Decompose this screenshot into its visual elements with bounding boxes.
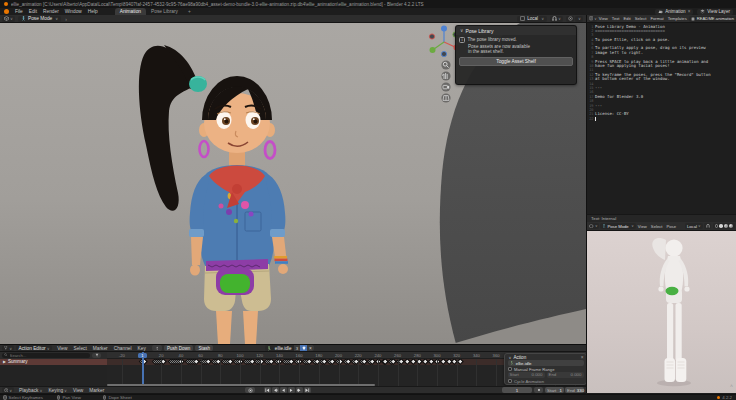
keyframe[interactable] (207, 360, 211, 364)
text-editor-type-button[interactable]: ∨ (589, 16, 597, 22)
stash-button[interactable]: Stash (195, 345, 213, 351)
dope-sheet[interactable]: -202040608010012014016018020022024026028… (0, 352, 586, 386)
keyframe[interactable] (447, 360, 451, 364)
line-text[interactable]: Demo for Blender 3.0 (595, 95, 643, 99)
unlink-icon[interactable]: × (688, 9, 691, 14)
manual-frame-range-checkbox[interactable] (508, 367, 512, 371)
menu-select[interactable]: Select (649, 224, 665, 229)
channel-search-field[interactable] (2, 353, 90, 358)
mini-editor-type-button[interactable]: ∨ (589, 223, 599, 229)
menu-select[interactable]: Select (633, 16, 649, 21)
view-layer-selector[interactable]: View Layer (697, 9, 733, 15)
layer-prev-next-buttons[interactable] (152, 345, 162, 351)
shading-material-icon[interactable] (724, 224, 728, 228)
keyframe[interactable] (195, 360, 199, 364)
menu-window[interactable]: Window (62, 9, 85, 14)
dope-sheet-mode-dropdown[interactable]: Action Editor ∨ (16, 345, 52, 351)
cycle-animation-checkbox[interactable] (508, 379, 512, 383)
workspace-tab-animation[interactable]: Animation (115, 8, 146, 15)
keyframe[interactable] (429, 360, 433, 364)
viewport-camera-button[interactable] (441, 82, 450, 91)
keyframe[interactable] (323, 360, 327, 364)
close-panel-icon[interactable]: × (581, 355, 584, 360)
record-button[interactable] (245, 387, 255, 394)
play-reverse-button[interactable] (280, 387, 287, 394)
shading-rendered-icon[interactable] (729, 224, 733, 228)
keyframe[interactable] (270, 360, 274, 364)
dope-sheet-editor-type-button[interactable]: ∨ (2, 345, 14, 351)
line-text[interactable]: at bottom center of the window. (595, 77, 670, 81)
toggle-asset-shelf-button[interactable]: Toggle Asset Shelf (459, 57, 573, 66)
workspace-tab-pose-library[interactable]: Pose Library (146, 8, 183, 15)
keyframe[interactable] (347, 360, 351, 364)
mini-viewport[interactable]: ˄ (586, 231, 736, 393)
mode-dropdown[interactable]: Pose Mode ∨ (18, 16, 61, 22)
menu-key[interactable]: Key (135, 346, 149, 351)
menu-format[interactable]: Format (648, 16, 665, 21)
menu-marker[interactable]: Marker (90, 346, 111, 351)
next-keyframe-button[interactable] (296, 387, 303, 394)
shading-solid-icon[interactable] (719, 224, 723, 228)
line-text[interactable]: --- (595, 86, 602, 90)
mini-orientation-dropdown[interactable]: Local ∨ (685, 223, 703, 229)
add-workspace-tab[interactable]: + (183, 8, 196, 15)
push-down-button[interactable]: Push Down (164, 345, 194, 351)
menu-edit[interactable]: Edit (622, 16, 633, 21)
text-datablock-selector[interactable]: README.animation × (689, 16, 736, 22)
region-corner-handle[interactable]: ˄ (730, 383, 733, 389)
manual-start-field[interactable]: Start0.000 (508, 372, 545, 377)
search-input[interactable] (10, 353, 80, 358)
jump-end-button[interactable] (304, 387, 311, 394)
menu-marker[interactable]: Marker (86, 388, 107, 393)
mini-snapping-button[interactable] (704, 223, 711, 229)
keyframe[interactable] (384, 360, 388, 364)
jump-start-button[interactable] (264, 387, 271, 394)
frame-start-field[interactable]: Start1 (545, 387, 564, 394)
filter-button[interactable] (92, 353, 101, 358)
text-editor[interactable]: 1Pose Library Demo - Animation2=========… (586, 23, 736, 214)
viewport-pan-button[interactable] (441, 71, 450, 80)
action-datablock-selector[interactable]: ellie.idle 3 × (265, 345, 314, 352)
line-text[interactable] (595, 117, 596, 121)
keying-set-button[interactable] (534, 387, 543, 394)
pose-library-panel-header[interactable]: ∨ Pose Library (456, 26, 576, 35)
unlink-action-button[interactable]: × (307, 345, 314, 352)
proportional-falloff-button[interactable]: ∨ (575, 16, 583, 22)
keyframe[interactable] (400, 360, 404, 364)
keyframe[interactable] (412, 360, 416, 364)
viewport-perspective-button[interactable] (441, 93, 450, 102)
scene-selector[interactable]: Animation × (655, 9, 693, 15)
proportional-editing-button[interactable] (566, 16, 574, 22)
expand-triangle-icon[interactable]: ▶ (3, 359, 6, 364)
editor-type-button[interactable]: ∨ (2, 16, 15, 22)
keyframe[interactable] (423, 360, 427, 364)
line-text[interactable]: image left to right. (595, 51, 643, 55)
shading-wireframe-icon[interactable] (715, 224, 719, 228)
keyframe[interactable] (289, 360, 293, 364)
frame-end-field[interactable]: End330 (565, 387, 584, 394)
play-button[interactable] (288, 387, 295, 394)
line-text[interactable]: --- (595, 104, 602, 108)
blender-logo-icon[interactable] (4, 9, 9, 14)
fake-user-shield-button[interactable] (300, 345, 307, 352)
menu-playback[interactable]: Playback∨ (16, 388, 45, 393)
current-frame-field[interactable]: 1 (502, 387, 532, 394)
viewport-zoom-button[interactable] (441, 60, 450, 69)
keyframe[interactable] (441, 360, 445, 364)
header-overflow-icon[interactable]: › (65, 16, 67, 22)
menu-help[interactable]: Help (85, 9, 101, 14)
channel-summary-row[interactable]: ▶ Summary (0, 359, 107, 365)
keyframe[interactable] (406, 360, 410, 364)
shading-mode-buttons[interactable] (713, 223, 735, 229)
viewport-3d[interactable]: ∨ Pose Library i The pose library moved.… (0, 23, 586, 344)
cycle-animation-toggle[interactable]: Cycle Animation (505, 378, 586, 384)
timeline-editor-type-button[interactable]: ∨ (2, 387, 14, 393)
menu-text[interactable]: Text (610, 16, 622, 21)
keyframe[interactable] (362, 360, 366, 364)
menu-pose[interactable]: Pose (664, 224, 678, 229)
keyframe[interactable] (331, 360, 335, 364)
keyframe[interactable] (459, 360, 463, 364)
menu-templates[interactable]: Templates (666, 16, 689, 21)
menu-select[interactable]: Select (70, 346, 89, 351)
menu-view[interactable]: View (70, 388, 86, 393)
